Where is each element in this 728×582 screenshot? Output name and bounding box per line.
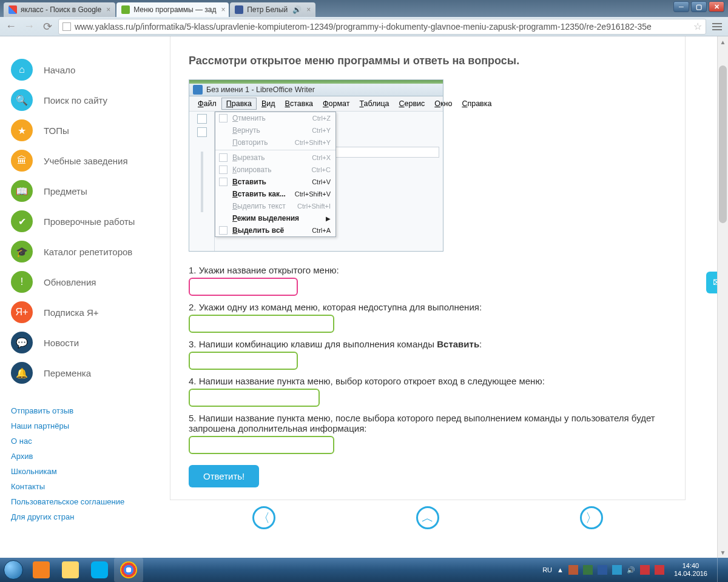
task-title: Рассмотри открытое меню программы и отве… [189, 55, 667, 67]
browser-tabs: якласс - Поиск в Google × Меню программы… [0, 0, 728, 17]
sidebar-item[interactable]: 💬Новости [11, 327, 158, 358]
screenshot-dropdown: ОтменитьCtrl+ZВернутьCtrl+YПовторитьCtrl… [215, 112, 336, 237]
back-button[interactable]: ← [4, 19, 18, 34]
screenshot-menu-item: Окно [430, 98, 457, 110]
tray-network-icon[interactable] [612, 565, 622, 575]
dropdown-item: Выделить текстCtrl+Shift+I [215, 200, 335, 212]
footer-link[interactable]: Отправить отзыв [11, 406, 158, 415]
sidebar-icon: Я+ [11, 301, 33, 323]
minimize-button[interactable]: ─ [673, 1, 689, 12]
sidebar-item[interactable]: 🎓Каталог репетиторов [11, 236, 158, 267]
submit-button[interactable]: Ответить! [189, 465, 259, 487]
footer-link[interactable]: Школьникам [11, 467, 158, 476]
browser-tab[interactable]: якласс - Поиск в Google × [4, 2, 115, 17]
sidebar-item[interactable]: 🔍Поиск по сайту [11, 85, 158, 115]
screenshot-libreoffice: Без имени 1 - LibreOffice Writer ФайлПра… [189, 79, 443, 252]
question-text: 4. Напиши название пункта меню, выбор ко… [189, 376, 667, 386]
footer-link[interactable]: Контакты [11, 482, 158, 491]
sidebar-icon: ! [11, 271, 33, 293]
sidebar-item[interactable]: 🔔Переменка [11, 358, 158, 388]
screenshot-menu-item: Таблица [355, 98, 394, 110]
taskbar: RU ▲ 🔊 14:40 14.04.2016 [0, 558, 728, 582]
start-button[interactable] [0, 558, 27, 582]
sidebar-item[interactable]: Я+Подписка Я+ [11, 297, 158, 327]
answer-input-5[interactable] [189, 436, 334, 454]
sidebar-item[interactable]: 🏛Учебные заведения [11, 146, 158, 176]
tray-volume-icon[interactable]: 🔊 [627, 566, 635, 574]
taskbar-chrome[interactable] [114, 558, 143, 582]
tray-icon[interactable] [640, 565, 650, 575]
sidebar-item[interactable]: ⌂Начало [11, 55, 158, 85]
forward-button[interactable]: → [22, 19, 36, 34]
footer-link[interactable]: О нас [11, 436, 158, 446]
taskbar-clock[interactable]: 14:40 14.04.2016 [669, 562, 712, 578]
page-scrollbar[interactable]: ▲ ▼ [717, 36, 728, 558]
show-desktop-button[interactable] [717, 558, 726, 582]
screenshot-menu-item: Правка [221, 98, 257, 110]
dropdown-item: Режим выделения▶ [215, 212, 335, 224]
vk-favicon [235, 5, 243, 14]
tray-icon[interactable] [568, 565, 578, 575]
dropdown-item: Вставить как...Ctrl+Shift+V [215, 188, 335, 200]
sidebar-item[interactable]: !Обновления [11, 267, 158, 297]
tray-icon[interactable] [598, 565, 607, 575]
sidebar-item[interactable]: ★ТОПы [11, 115, 158, 146]
close-button[interactable]: ✕ [709, 1, 724, 12]
scroll-thumb[interactable] [719, 65, 727, 223]
footer-link[interactable]: Пользовательское соглашение [11, 497, 158, 506]
question-text: 5. Напиши название пункта меню, после вы… [189, 413, 667, 433]
sidebar-icon: 🏛 [11, 150, 33, 172]
answer-input-3[interactable] [189, 352, 298, 370]
footer-link[interactable]: Для других стран [11, 512, 158, 521]
taskbar-media-player[interactable] [27, 558, 56, 582]
menu-item-icon [219, 153, 228, 162]
sidebar: ⌂Начало🔍Поиск по сайту★ТОПы🏛Учебные заве… [0, 36, 158, 558]
audio-icon[interactable]: 🔊 [292, 5, 302, 14]
sidebar-item-label: Обновления [44, 277, 96, 287]
question-text: 2. Укажи одну из команд меню, которая не… [189, 302, 667, 312]
scroll-down-icon[interactable]: ▼ [718, 547, 728, 558]
footer-link[interactable]: Архив [11, 452, 158, 461]
address-bar: ← → ⟳ www.yaklass.ru/p/informatika/5-kla… [0, 17, 728, 36]
close-tab-icon[interactable]: × [302, 5, 311, 14]
menu-item-icon [219, 166, 228, 174]
menu-item-icon [219, 178, 228, 186]
browser-tab[interactable]: Петр Белый 🔊 × [230, 2, 315, 17]
sidebar-item-label: Каталог репетиторов [44, 247, 132, 257]
maximize-button[interactable]: ▢ [691, 1, 707, 12]
sidebar-item[interactable]: 📖Предметы [11, 176, 158, 206]
url-input[interactable]: www.yaklass.ru/p/informatika/5-klass/upr… [58, 19, 706, 35]
tray-flag-icon[interactable]: ▲ [557, 566, 564, 574]
sidebar-item[interactable]: ✔Проверочные работы [11, 206, 158, 236]
taskbar-skype[interactable] [85, 558, 114, 582]
bookmark-icon[interactable]: ☆ [693, 21, 702, 32]
pager-next-button[interactable]: 〉 [580, 506, 603, 529]
keyboard-lang[interactable]: RU [542, 566, 552, 574]
scroll-up-icon[interactable]: ▲ [718, 36, 728, 47]
browser-tab-active[interactable]: Меню программы — зад × [116, 2, 229, 17]
tray-icon[interactable] [583, 565, 593, 575]
taskbar-explorer[interactable] [56, 558, 85, 582]
footer-links: Отправить отзывНаши партнёрыО насАрхивШк… [11, 406, 158, 521]
browser-chrome: якласс - Поиск в Google × Меню программы… [0, 0, 728, 36]
answer-input-2[interactable] [189, 315, 334, 333]
grid-icon [197, 127, 207, 137]
pager-prev-button[interactable]: 〈 [252, 506, 275, 529]
reload-button[interactable]: ⟳ [40, 19, 55, 34]
dropdown-item: КопироватьCtrl+C [215, 164, 335, 176]
hamburger-icon[interactable] [710, 19, 724, 34]
close-tab-icon[interactable]: × [217, 5, 226, 14]
sidebar-item-label: Переменка [44, 368, 91, 378]
footer-link[interactable]: Наши партнёры [11, 421, 158, 430]
sidebar-item-label: Подписка Я+ [44, 307, 99, 318]
pager-up-button[interactable]: ︿ [416, 506, 439, 529]
menu-item-icon [219, 226, 228, 235]
screenshot-left-toolbar [189, 112, 215, 251]
close-tab-icon[interactable]: × [101, 5, 110, 14]
pager: 〈 ︿ 〉 [170, 506, 686, 529]
tray-action-center-icon[interactable] [655, 565, 664, 575]
answer-input-1[interactable] [189, 278, 298, 296]
question-text: 1. Укажи название открытого меню: [189, 265, 667, 275]
screenshot-menu-item: Сервис [394, 98, 430, 110]
answer-input-4[interactable] [189, 389, 320, 407]
